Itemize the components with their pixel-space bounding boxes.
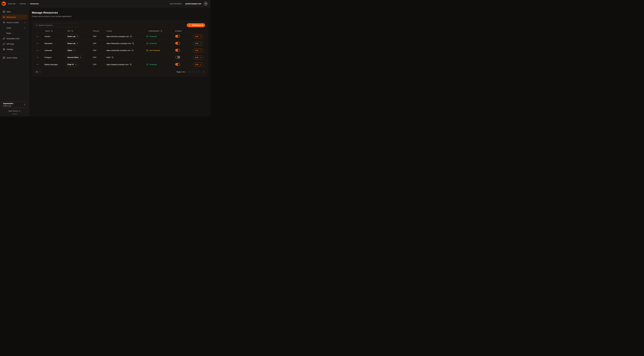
sidebar-item-sites[interactable]: Sites bbox=[1, 9, 28, 14]
resource-access: https://battery.example.com bbox=[106, 64, 128, 66]
edit-label: Edit bbox=[195, 50, 198, 52]
page-size-value: 20 bbox=[36, 71, 38, 73]
sidebar-item-api-keys[interactable]: API Keys bbox=[1, 42, 28, 46]
pangolin-logo[interactable] bbox=[1, 1, 6, 6]
arrow-up-right-icon bbox=[73, 50, 75, 51]
breadcrumb-separator bbox=[17, 3, 18, 4]
site-link-button[interactable]: Home Lab bbox=[66, 41, 80, 46]
arrow-up-right-icon bbox=[76, 36, 78, 37]
auth-status-label: - bbox=[146, 56, 147, 58]
enabled-toggle[interactable] bbox=[175, 56, 180, 58]
chevron-down-icon bbox=[24, 22, 26, 24]
auth-status: Protected bbox=[146, 64, 175, 66]
breadcrumb-settings[interactable]: settings bbox=[20, 3, 26, 5]
enabled-toggle[interactable] bbox=[175, 42, 180, 44]
sidebar-item-label: Settings bbox=[6, 48, 13, 50]
site-link-button[interactable]: Second Office bbox=[66, 55, 83, 60]
ellipsis-icon bbox=[36, 63, 39, 66]
edit-button[interactable]: Edit bbox=[193, 42, 204, 46]
site-link-button[interactable]: Home Lab bbox=[66, 34, 80, 39]
previous-page-button[interactable] bbox=[192, 70, 196, 74]
sidebar: SitesResourcesAccess ControlUsersRolesSh… bbox=[0, 8, 29, 116]
search-box bbox=[34, 23, 78, 27]
auth-status-label: Protected bbox=[149, 36, 157, 38]
arrow-right-icon bbox=[200, 42, 202, 44]
documentation-link[interactable]: Documentation bbox=[170, 3, 182, 5]
copy-button[interactable] bbox=[130, 36, 132, 37]
resource-access: 5432 bbox=[106, 56, 110, 58]
sidebar-item-label: API Keys bbox=[6, 43, 14, 45]
toggle-knob bbox=[178, 42, 180, 44]
copy-icon bbox=[112, 56, 114, 58]
link-icon bbox=[3, 38, 5, 40]
sidebar-item-resources[interactable]: Resources bbox=[1, 15, 28, 20]
sidebar-item-label: Access Control bbox=[6, 22, 19, 24]
arrow-up-right-icon bbox=[75, 64, 76, 65]
last-page-button[interactable] bbox=[202, 70, 205, 74]
user-email[interactable]: joe@example.com bbox=[186, 3, 201, 5]
key-icon bbox=[3, 43, 5, 45]
row-menu-button[interactable] bbox=[36, 48, 40, 52]
site-label: Edge 01 bbox=[68, 64, 74, 65]
column-authentication[interactable]: Authentication bbox=[146, 30, 175, 32]
sidebar-nav: SitesResourcesAccess ControlUsersRolesSh… bbox=[1, 9, 28, 52]
sidebar-item-users[interactable]: Users bbox=[1, 25, 28, 30]
sidebar-item-label: Server Admin bbox=[6, 57, 18, 59]
auth-status: - bbox=[146, 56, 175, 58]
next-page-button[interactable] bbox=[197, 70, 200, 74]
sidebar-item-shareable-links[interactable]: Shareable Links bbox=[1, 36, 28, 41]
enabled-toggle[interactable] bbox=[175, 63, 180, 66]
ellipsis-icon bbox=[36, 36, 39, 38]
site-link-button[interactable]: Office bbox=[66, 48, 76, 52]
row-menu-button[interactable] bbox=[36, 42, 40, 46]
organization-selector[interactable]: Organization Home Lab bbox=[1, 101, 28, 108]
add-resource-button[interactable]: Add Resource bbox=[187, 23, 205, 27]
first-page-button[interactable] bbox=[188, 70, 192, 74]
arrow-right-icon bbox=[200, 64, 202, 65]
version-label: v1.3.0 bbox=[1, 113, 28, 115]
copy-button[interactable] bbox=[132, 50, 134, 51]
copy-button[interactable] bbox=[112, 56, 114, 58]
main-content: Manage Resources Create secure proxies t… bbox=[29, 8, 210, 116]
shield-check-icon bbox=[146, 42, 148, 44]
auth-status-label: Protected bbox=[149, 42, 157, 44]
sidebar-item-settings[interactable]: Settings bbox=[1, 47, 28, 52]
row-menu-button[interactable] bbox=[36, 62, 40, 66]
edit-button[interactable]: Edit bbox=[193, 34, 204, 38]
copy-button[interactable] bbox=[130, 64, 132, 65]
edit-label: Edit bbox=[195, 42, 198, 44]
sidebar-divider bbox=[0, 54, 29, 54]
column-site[interactable]: Site bbox=[65, 30, 93, 32]
sidebar-item-label: Shareable Links bbox=[6, 38, 20, 40]
auth-status: Protected bbox=[146, 36, 175, 38]
enabled-toggle[interactable] bbox=[175, 49, 180, 52]
edit-button[interactable]: Edit bbox=[193, 62, 204, 66]
sort-icon bbox=[71, 30, 73, 32]
resource-access: https://bitwarden.example.com bbox=[106, 42, 131, 44]
chevrons-up-down-icon bbox=[24, 104, 26, 106]
edit-label: Edit bbox=[195, 56, 198, 58]
open-source-link[interactable]: Open Source bbox=[1, 110, 28, 112]
sidebar-item-roles[interactable]: Roles bbox=[1, 31, 28, 36]
row-menu-button[interactable] bbox=[36, 34, 40, 38]
avatar[interactable]: J bbox=[204, 2, 208, 6]
column-name[interactable]: Name bbox=[43, 30, 65, 32]
search-input[interactable] bbox=[39, 24, 77, 26]
edit-button[interactable]: Edit bbox=[193, 48, 204, 52]
table-header: Name Site Protocol Access Authenticati bbox=[34, 29, 205, 33]
row-menu-button[interactable] bbox=[36, 56, 40, 60]
enabled-toggle[interactable] bbox=[175, 35, 180, 38]
sidebar-item-server-admin[interactable]: Server Admin bbox=[1, 55, 28, 60]
ellipsis-icon bbox=[36, 42, 39, 44]
sidebar-item-access-control[interactable]: Access Control bbox=[1, 20, 28, 25]
edit-button[interactable]: Edit bbox=[193, 56, 204, 60]
sidebar-item-label: Sites bbox=[6, 11, 10, 13]
shield-check-icon bbox=[146, 64, 148, 66]
site-link-button[interactable]: Edge 01 bbox=[66, 62, 78, 67]
copy-button[interactable] bbox=[132, 42, 134, 44]
breadcrumb-org[interactable]: home-lab bbox=[8, 3, 16, 5]
users-icon bbox=[3, 21, 5, 24]
page-indicator: Page 1 of 1 bbox=[176, 71, 186, 73]
page-size-select[interactable]: 20 bbox=[34, 70, 42, 74]
site-label: Office bbox=[68, 50, 72, 52]
